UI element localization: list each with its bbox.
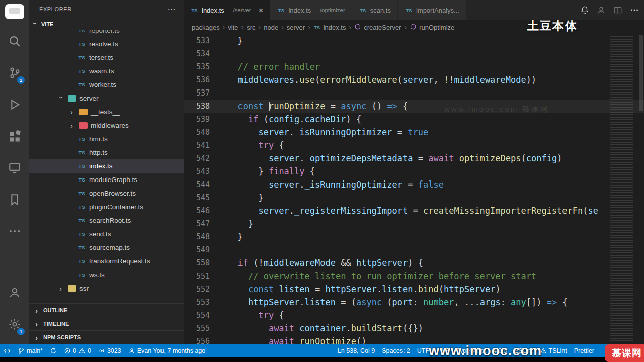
activity-remote-explorer[interactable] bbox=[0, 153, 29, 185]
code-line[interactable]: 546 server._registerMissingImport = crea… bbox=[184, 204, 644, 217]
code-line[interactable]: 539 if (config.cacheDir) { bbox=[184, 113, 644, 126]
status-sync[interactable] bbox=[46, 344, 60, 357]
typescript-file-icon: TS bbox=[277, 6, 285, 15]
tree-item-wasm-ts[interactable]: TSwasm.ts bbox=[29, 64, 184, 78]
tree-item-middlewares[interactable]: ›middlewares bbox=[29, 119, 184, 132]
breadcrumb-index-ts[interactable]: TSindex.ts bbox=[313, 24, 346, 31]
tab-index-ts[interactable]: TSindex.ts.../server× bbox=[184, 0, 270, 20]
tree-item-searchRoot-ts[interactable]: TSsearchRoot.ts bbox=[29, 214, 184, 227]
code-line[interactable]: 548 } bbox=[184, 230, 644, 243]
watermark-channel-name: 土豆本体 bbox=[527, 18, 578, 34]
code-line[interactable]: 549 bbox=[184, 243, 644, 256]
project-section-header[interactable]: › VITE bbox=[29, 18, 184, 30]
file-label: resolve.ts bbox=[89, 40, 118, 48]
tab-importAnalys-[interactable]: TSimportAnalys... bbox=[398, 0, 466, 20]
more-actions-icon[interactable] bbox=[630, 6, 639, 15]
breadcrumb-src[interactable]: src bbox=[247, 24, 255, 31]
status-indentation[interactable]: Spaces: 2 bbox=[378, 344, 414, 357]
tab-scan-ts[interactable]: TSscan.ts bbox=[352, 0, 398, 20]
code-line[interactable]: 556 await runOptimize() bbox=[184, 335, 644, 344]
code-line[interactable]: 553 httpServer.listen = (async (port: nu… bbox=[184, 296, 644, 309]
breadcrumb-label: server bbox=[287, 24, 305, 31]
tree-item-http-ts[interactable]: TShttp.ts bbox=[29, 146, 184, 159]
status-problems[interactable]: 00 bbox=[60, 344, 95, 357]
breadcrumb-createServer[interactable]: createServer bbox=[354, 23, 401, 32]
activity-badge: 1 bbox=[17, 328, 25, 335]
code-line[interactable]: 547 } bbox=[184, 217, 644, 230]
minimap[interactable] bbox=[608, 34, 639, 342]
typescript-file-icon: TS bbox=[77, 216, 86, 225]
code-line[interactable]: 555 await container.buildStart({}) bbox=[184, 322, 644, 335]
tree-item-server[interactable]: ›server bbox=[29, 92, 184, 105]
pane-npm-scripts[interactable]: ›NPM SCRIPTS bbox=[29, 330, 184, 344]
code-line[interactable]: 550 if (!middlewareMode && httpServer) { bbox=[184, 256, 644, 269]
code-line[interactable]: 554 try { bbox=[184, 309, 644, 322]
pane-timeline[interactable]: ›TIMELINE bbox=[29, 317, 184, 330]
code-line[interactable]: 551 // overwrite listen to run optimizer… bbox=[184, 269, 644, 283]
scrollbar-thumb[interactable] bbox=[639, 35, 643, 111]
activity-run-debug[interactable] bbox=[0, 89, 29, 121]
file-label: ws.ts bbox=[89, 271, 105, 279]
chevron-right-icon: › bbox=[70, 122, 76, 129]
status-cursor-position[interactable]: Ln 538, Col 9 bbox=[334, 344, 378, 357]
code-line[interactable]: 538 const runOptimize = async () => { bbox=[184, 100, 644, 113]
tree-item-worker-ts[interactable]: TSworker.ts bbox=[29, 78, 184, 92]
tree-item-pluginContainer-ts[interactable]: TSpluginContainer.ts bbox=[29, 200, 184, 214]
tree-item-send-ts[interactable]: TSsend.ts bbox=[29, 227, 184, 241]
tree-item-index-ts[interactable]: TSindex.ts bbox=[29, 159, 184, 173]
breadcrumb-node[interactable]: node bbox=[264, 24, 278, 31]
status-port[interactable]: 3023 bbox=[95, 344, 125, 357]
code-line[interactable]: 544 server._isRunningOptimizer = false bbox=[184, 178, 644, 191]
code-line[interactable]: 552 const listen = httpServer.listen.bin… bbox=[184, 283, 644, 296]
more-actions-icon[interactable]: ⋯ bbox=[167, 5, 176, 14]
code-line[interactable]: 536 middlewares.use(errorMiddleware(serv… bbox=[184, 73, 644, 86]
split-editor-icon[interactable] bbox=[613, 6, 622, 15]
tree-item-openBrowser-ts[interactable]: TSopenBrowser.ts bbox=[29, 187, 184, 200]
code-line[interactable]: 543 } finally { bbox=[184, 165, 644, 178]
close-icon[interactable]: × bbox=[259, 6, 264, 15]
code-line[interactable]: 542 server._optimizeDepsMetadata = await… bbox=[184, 152, 644, 165]
code-line[interactable]: 535 // error handler bbox=[184, 60, 644, 73]
account-icon[interactable] bbox=[597, 6, 606, 15]
status-git-blame[interactable]: Evan You, 7 months ago bbox=[125, 344, 209, 357]
breadcrumb-server[interactable]: server bbox=[287, 24, 305, 31]
code-editor[interactable]: 533 }534535 // error handler536 middlewa… bbox=[184, 34, 644, 344]
editor-scrollbar[interactable] bbox=[639, 34, 644, 344]
code-line[interactable]: 533 } bbox=[184, 34, 644, 47]
code-line[interactable]: 545 } bbox=[184, 191, 644, 204]
breadcrumb-label: runOptimize bbox=[419, 24, 454, 31]
activity-account[interactable] bbox=[0, 278, 29, 309]
tab-index-ts[interactable]: TSindex.ts.../optimizer bbox=[270, 0, 352, 20]
tree-item-reporter-ts[interactable]: TSreporter.ts bbox=[29, 30, 184, 37]
breadcrumb-vite[interactable]: vite bbox=[228, 24, 238, 31]
explorer-sidebar: EXPLORER ⋯ › VITE TSreporter.tsTSresolve… bbox=[29, 0, 184, 344]
code-line[interactable]: 541 try { bbox=[184, 139, 644, 152]
tree-item-hmr-ts[interactable]: TShmr.ts bbox=[29, 132, 184, 146]
code-line[interactable]: 540 server._isRunningOptimizer = true bbox=[184, 126, 644, 139]
status-remote[interactable] bbox=[0, 344, 14, 357]
activity-source-control[interactable]: 1 bbox=[0, 58, 29, 89]
tree-item-ws-ts[interactable]: TSws.ts bbox=[29, 268, 184, 282]
breadcrumb-packages[interactable]: packages bbox=[192, 24, 220, 31]
more-views-icon bbox=[8, 225, 21, 240]
tree-item-__tests__[interactable]: ›__tests__ bbox=[29, 105, 184, 119]
pane-outline[interactable]: ›OUTLINE bbox=[29, 303, 184, 317]
activity-bookmarks[interactable] bbox=[0, 185, 29, 216]
tree-item-transformRequest-ts[interactable]: TStransformRequest.ts bbox=[29, 254, 184, 268]
tree-item-terser-ts[interactable]: TSterser.ts bbox=[29, 51, 184, 64]
tree-item-moduleGraph-ts[interactable]: TSmoduleGraph.ts bbox=[29, 173, 184, 187]
tree-item-resolve-ts[interactable]: TSresolve.ts bbox=[29, 37, 184, 51]
breadcrumb-runOptimize[interactable]: runOptimize bbox=[410, 23, 454, 32]
code-line[interactable]: 534 bbox=[184, 47, 644, 60]
tree-item-ssr[interactable]: ›ssr bbox=[29, 282, 184, 295]
activity-search[interactable] bbox=[0, 26, 29, 58]
status-git-branch[interactable]: main* bbox=[14, 344, 46, 357]
status-prettier[interactable]: Prettier bbox=[571, 344, 598, 357]
code-line[interactable]: 537 bbox=[184, 86, 644, 100]
activity-more-views[interactable] bbox=[0, 216, 29, 248]
code-text: httpServer.listen = (async (port: number… bbox=[227, 296, 568, 309]
activity-settings[interactable]: 1 bbox=[0, 309, 29, 341]
notifications-icon[interactable] bbox=[580, 6, 589, 15]
activity-extensions[interactable] bbox=[0, 121, 29, 153]
tree-item-sourcemap-ts[interactable]: TSsourcemap.ts bbox=[29, 241, 184, 254]
